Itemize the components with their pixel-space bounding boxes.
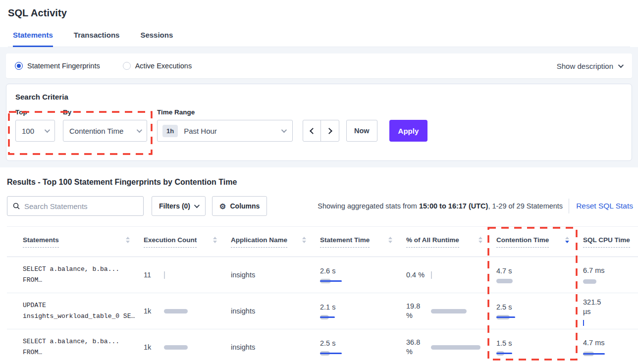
- tab-sessions[interactable]: Sessions: [140, 31, 173, 47]
- execution-count-bar: [164, 273, 219, 277]
- tab-bar: Statements Transactions Sessions: [8, 31, 630, 47]
- page-header: SQL Activity Statements Transactions Ses…: [0, 0, 638, 47]
- statement-time-bar: [320, 315, 375, 319]
- filters-button[interactable]: Filters (0): [152, 196, 206, 216]
- column-header-statements[interactable]: Statements: [23, 236, 144, 248]
- pct-runtime-cell: 36.8 %: [406, 338, 496, 357]
- results-toolbar: Filters (0) ⚙ Columns Showing aggregated…: [7, 196, 638, 216]
- stats-time-range: 15:00 to 16:17 (UTC): [419, 202, 488, 210]
- now-button[interactable]: Now: [346, 120, 377, 142]
- by-label: By: [63, 108, 147, 116]
- column-header-contention-time[interactable]: Contention Time: [496, 236, 583, 248]
- time-range-field: Time Range 1h Past Hour: [157, 108, 293, 142]
- contention-time-cell: 2.5 s: [496, 303, 583, 319]
- columns-button[interactable]: ⚙ Columns: [212, 196, 267, 216]
- tab-statements[interactable]: Statements: [13, 31, 53, 47]
- statement-link[interactable]: UPDATE insights_workload_table_0 SE…: [23, 300, 144, 322]
- divider: [569, 199, 569, 213]
- show-description-label: Show description: [557, 62, 613, 70]
- statement-time-cell: 2.5 s: [320, 339, 406, 356]
- show-description-toggle[interactable]: Show description: [557, 62, 622, 70]
- view-mode-bar: Statement Fingerprints Active Executions…: [6, 53, 632, 78]
- pct-runtime-cell: 19.8 %: [406, 302, 496, 320]
- execution-count-bar: [164, 309, 219, 313]
- table-row: SELECT a.balance, b.ba... FROM… 1k insig…: [7, 329, 638, 364]
- previous-time-range-button[interactable]: [303, 120, 321, 141]
- active-executions-radio[interactable]: Active Executions: [123, 62, 192, 70]
- chevron-down-icon: [618, 62, 624, 68]
- statement-time-bar: [320, 351, 375, 356]
- table-header-row: Statements Execution Count Application N…: [7, 226, 638, 257]
- search-criteria-card: Search Criteria Top 100 By Contention Ti…: [6, 84, 632, 161]
- chevron-down-icon: [194, 203, 200, 208]
- gear-icon: ⚙: [219, 203, 226, 210]
- contention-time-bar: [496, 351, 552, 356]
- column-header-pct-runtime[interactable]: % of All Runtime: [406, 236, 496, 248]
- contention-time-cell: 1.5 s: [496, 339, 583, 356]
- pct-runtime-bar: [431, 273, 486, 277]
- statement-fingerprints-label: Statement Fingerprints: [27, 62, 100, 70]
- sort-carets-icon[interactable]: [126, 237, 130, 243]
- statements-table: Statements Execution Count Application N…: [7, 226, 638, 364]
- sort-carets-icon[interactable]: [302, 237, 306, 243]
- column-header-statement-time[interactable]: Statement Time: [320, 236, 406, 248]
- chevron-down-icon: [281, 127, 287, 133]
- results-zone: Results - Top 100 Statement Fingerprints…: [0, 167, 638, 364]
- column-header-sql-cpu-time[interactable]: SQL CPU Time: [583, 236, 638, 248]
- sort-carets-icon[interactable]: [213, 237, 217, 243]
- contention-time-bar: [496, 279, 552, 283]
- statement-fingerprints-radio[interactable]: Statement Fingerprints: [15, 62, 100, 70]
- apply-button[interactable]: Apply: [389, 120, 428, 142]
- application-name-cell: insights: [231, 343, 320, 351]
- top-field: Top 100: [15, 108, 55, 142]
- active-executions-label: Active Executions: [135, 62, 192, 70]
- filters-zone: Statement Fingerprints Active Executions…: [0, 47, 638, 167]
- statement-link[interactable]: SELECT a.balance, b.ba... FROM…: [23, 336, 144, 358]
- search-statements-input[interactable]: [24, 202, 138, 210]
- time-range-value: Past Hour: [184, 127, 281, 135]
- statement-time-cell: 2.6 s: [320, 267, 406, 283]
- chevron-left-icon: [310, 128, 316, 134]
- top-select-value: 100: [22, 127, 34, 135]
- sql-cpu-time-cell: 4.7 ms: [583, 338, 638, 356]
- by-field: By Contention Time: [63, 108, 147, 142]
- sql-cpu-time-cell: 6.7 ms: [583, 266, 638, 284]
- column-header-application-name[interactable]: Application Name: [231, 236, 320, 248]
- top-select[interactable]: 100: [15, 120, 55, 142]
- reset-sql-stats-link[interactable]: Reset SQL Stats: [576, 202, 635, 210]
- contention-time-bar: [496, 315, 552, 319]
- sql-cpu-time-bar: [583, 320, 638, 325]
- chevron-down-icon: [137, 127, 142, 133]
- time-range-badge: 1h: [162, 125, 178, 137]
- table-row: SELECT a.balance, b.ba... FROM… 11 insig…: [7, 257, 638, 293]
- time-range-select[interactable]: 1h Past Hour: [157, 120, 293, 142]
- radio-unselected-icon[interactable]: [123, 62, 131, 70]
- execution-count-cell: 1k: [144, 307, 231, 315]
- table-row: UPDATE insights_workload_table_0 SE… 1k …: [7, 293, 638, 329]
- execution-count-bar: [164, 345, 219, 350]
- columns-label: Columns: [230, 202, 260, 210]
- radio-selected-icon[interactable]: [15, 62, 23, 70]
- tab-transactions[interactable]: Transactions: [74, 31, 120, 47]
- statement-link[interactable]: SELECT a.balance, b.ba... FROM…: [23, 264, 144, 286]
- aggregated-stats-text: Showing aggregated stats from 15:00 to 1…: [318, 202, 563, 210]
- column-header-execution-count[interactable]: Execution Count: [144, 236, 231, 248]
- application-name-cell: insights: [231, 307, 320, 315]
- application-name-cell: insights: [231, 271, 320, 279]
- top-label: Top: [15, 108, 55, 116]
- time-range-pager: [303, 120, 339, 142]
- results-heading: Results - Top 100 Statement Fingerprints…: [7, 178, 638, 187]
- pct-runtime-cell: 0.4 %: [406, 270, 496, 280]
- sort-carets-icon[interactable]: [388, 237, 392, 243]
- sql-cpu-time-cell: 321.5 µs: [583, 298, 638, 325]
- search-statements-box: [7, 196, 144, 216]
- search-icon: [12, 202, 20, 210]
- next-time-range-button[interactable]: [321, 120, 339, 141]
- by-select[interactable]: Contention Time: [63, 120, 147, 142]
- sort-carets-icon[interactable]: [478, 237, 482, 243]
- sort-carets-icon[interactable]: [565, 237, 569, 243]
- pct-runtime-bar: [431, 345, 486, 350]
- page-title: SQL Activity: [8, 7, 630, 19]
- chevron-right-icon: [326, 128, 332, 134]
- statement-time-cell: 2.1 s: [320, 303, 406, 319]
